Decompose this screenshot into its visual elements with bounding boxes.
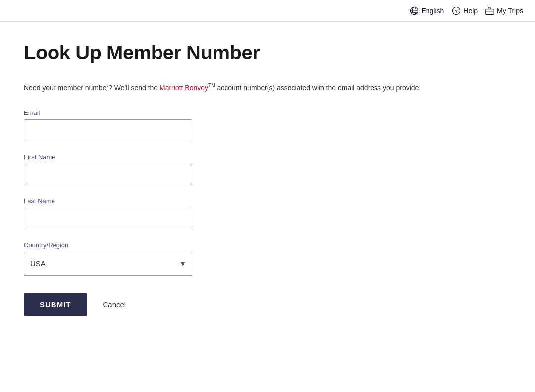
help-label: Help — [463, 7, 478, 15]
info-text-after: account number(s) associated with the em… — [215, 84, 421, 92]
country-select-wrapper: USA Canada United Kingdom Australia Chin… — [24, 252, 192, 276]
country-label: Country/Region — [24, 241, 452, 249]
email-label: Email — [24, 109, 452, 116]
country-select[interactable]: USA Canada United Kingdom Australia Chin… — [24, 252, 192, 276]
header: English ? Help My Trips — [0, 0, 535, 22]
first-name-input[interactable] — [24, 164, 192, 185]
help-link[interactable]: ? Help — [452, 6, 478, 15]
info-text-before: Need your member number? We'll send the — [24, 84, 160, 92]
my-trips-label: My Trips — [497, 7, 523, 15]
first-name-label: First Name — [24, 153, 452, 161]
country-field-group: Country/Region USA Canada United Kingdom… — [24, 241, 452, 276]
last-name-label: Last Name — [24, 197, 452, 205]
form-actions: SUBMIT Cancel — [24, 293, 452, 316]
globe-icon — [410, 6, 419, 15]
header-nav: English ? Help My Trips — [410, 6, 523, 15]
first-name-field-group: First Name — [24, 153, 452, 185]
cancel-link[interactable]: Cancel — [103, 300, 126, 309]
lookup-form: Email First Name Last Name Country/Regio… — [24, 109, 452, 316]
info-text: Need your member number? We'll send the … — [24, 82, 452, 93]
main-content: Look Up Member Number Need your member n… — [0, 22, 476, 336]
email-field-group: Email — [24, 109, 452, 141]
svg-text:?: ? — [455, 8, 458, 14]
svg-rect-7 — [486, 9, 494, 14]
page-title: Look Up Member Number — [24, 42, 452, 64]
my-trips-link[interactable]: My Trips — [485, 6, 523, 15]
last-name-input[interactable] — [24, 208, 192, 229]
trademark-symbol: TM — [208, 83, 215, 88]
help-icon: ? — [452, 6, 461, 15]
last-name-field-group: Last Name — [24, 197, 452, 229]
language-selector[interactable]: English — [410, 6, 444, 15]
language-label: English — [421, 7, 444, 15]
trips-icon — [485, 6, 494, 15]
email-input[interactable] — [24, 119, 192, 141]
submit-button[interactable]: SUBMIT — [24, 293, 87, 316]
brand-name: Marriott Bonvoy — [160, 84, 208, 92]
